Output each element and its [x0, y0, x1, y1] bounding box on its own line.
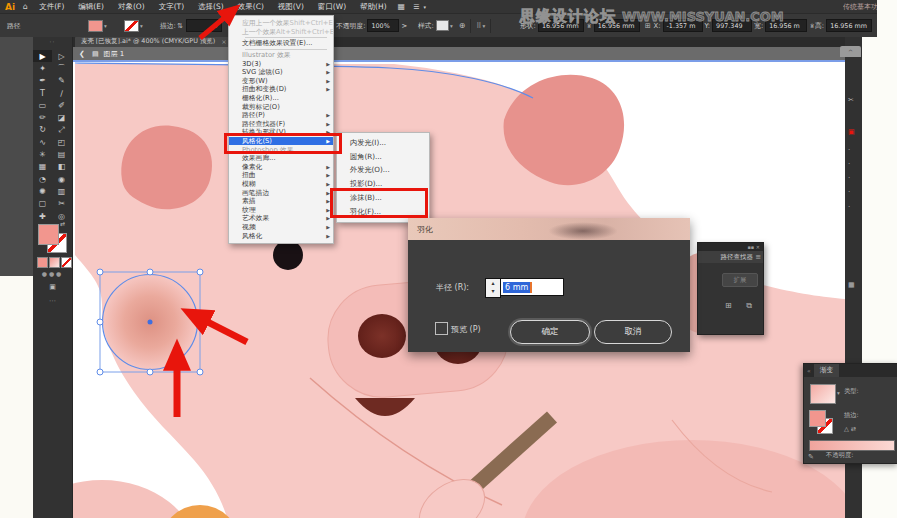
pathfinder-tab[interactable]: 路径查找器	[698, 251, 763, 263]
link-wh-icon[interactable]: ∞	[808, 23, 816, 29]
dialog-title-bar[interactable]: 羽化	[408, 218, 690, 240]
menu-bar-item[interactable]: 帮助(H)	[360, 2, 387, 12]
gradient-fill-proxy[interactable]	[809, 410, 826, 427]
perspective-grid-tool[interactable]: ▤	[52, 148, 71, 160]
globe-icon[interactable]: ⊕	[459, 21, 466, 30]
panel-window-controls[interactable]: ▪▪ ✕	[698, 243, 763, 251]
dock-panel-icon[interactable]: ·	[848, 160, 850, 168]
gradient-tool[interactable]: ◧	[52, 161, 71, 173]
menu-bar-item[interactable]: 编辑(E)	[78, 2, 104, 12]
menu-bar-item[interactable]: 选择(S)	[198, 2, 224, 12]
screen-mode-icon[interactable]: ▣	[33, 283, 72, 291]
effects-menu-item[interactable]: 上一个效果Alt+Shift+Ctrl+E▶	[229, 28, 333, 37]
gradient-ramp[interactable]	[809, 440, 895, 451]
line-segment-tool[interactable]: ∕	[52, 87, 71, 99]
collapse-panel-icon[interactable]: «	[807, 367, 811, 374]
layout-icon[interactable]: ▦	[398, 2, 406, 11]
pathfinder-shape-mode-icons[interactable]: ⊞ ⧉	[725, 301, 758, 311]
stylize-submenu-item[interactable]: 圆角(R)...▶	[337, 150, 429, 164]
paintbrush-tool[interactable]: ✐	[52, 99, 71, 111]
shape-builder-tool[interactable]: ✳	[33, 148, 52, 160]
dock-scissors-icon[interactable]: ✂	[848, 96, 854, 104]
rotate-tool[interactable]: ↻	[33, 124, 52, 136]
style-dropdown-icon[interactable]: ▾	[450, 23, 453, 29]
y-field[interactable]: 997.349	[712, 19, 752, 32]
expand-button[interactable]: 扩展	[722, 273, 758, 287]
gradient-swatch-dropdown-icon[interactable]: ▾	[837, 390, 840, 396]
direct-selection-tool[interactable]: ▷	[52, 50, 71, 62]
effects-menu-item[interactable]: 文档栅格效果设置(E)...▶	[229, 39, 333, 48]
pig-eye[interactable]	[273, 240, 303, 270]
swap-fill-stroke-icon[interactable]: ⇄	[60, 220, 65, 227]
app-logo[interactable]: Ai	[5, 2, 15, 12]
w-field[interactable]: 16.956 m	[765, 19, 807, 32]
free-transform-tool[interactable]: ◰	[52, 136, 71, 148]
x-field[interactable]: -1.357 m	[663, 19, 703, 32]
panel-menu-icon[interactable]: ≡	[755, 253, 761, 261]
ok-button[interactable]: 确定	[510, 320, 590, 344]
blend-tool[interactable]: ◉	[52, 173, 71, 185]
h-field[interactable]: 16.956 mm	[826, 19, 872, 32]
eyedropper-tool[interactable]: ◔	[33, 173, 52, 185]
width-tool[interactable]: ∿	[33, 136, 52, 148]
pig-ear-left[interactable]	[121, 126, 212, 210]
home-icon[interactable]: ⌂	[23, 2, 28, 11]
collapse-dock-icon[interactable]: ^	[840, 46, 861, 57]
toolbar-more-icon[interactable]: ⋯	[33, 297, 72, 305]
curvature-tool[interactable]: ✎	[52, 75, 71, 87]
shaper-tool[interactable]: ✏	[33, 111, 52, 123]
effects-menu-item[interactable]: 风格化▶	[229, 231, 333, 240]
cancel-button[interactable]: 取消	[594, 320, 672, 344]
fill-dropdown-icon[interactable]: ▾	[104, 23, 107, 29]
effects-menu-item[interactable]: Illustrator 效果▶	[229, 51, 333, 60]
mesh-tool[interactable]: ▦	[33, 161, 52, 173]
menu-bar-item[interactable]: 文字(T)	[159, 2, 184, 12]
stroke-dropdown-icon[interactable]: ▾	[140, 23, 143, 29]
angle-reverse-icons[interactable]: △ ⇄	[844, 425, 856, 432]
pen-tool[interactable]: ✒	[33, 75, 52, 87]
opacity-field[interactable]: 100%	[367, 19, 399, 32]
radius-stepper[interactable]: ▴▾	[485, 278, 501, 298]
dock-panel-icon[interactable]: ▦	[848, 281, 855, 289]
radius-input[interactable]: 6 mm	[500, 278, 564, 296]
gradient-button[interactable]	[49, 257, 60, 268]
dock-color-icon[interactable]: ▣	[848, 128, 855, 136]
dock-panel-icon[interactable]: ·	[848, 146, 850, 154]
drawing-modes[interactable]: ●●●	[33, 270, 72, 277]
link-dimensions-icon[interactable]: ∞	[585, 23, 593, 29]
close-tab-icon[interactable]: ×	[221, 38, 226, 46]
reference-point-icon[interactable]: ⊞	[645, 22, 651, 30]
stroke-color-swatch[interactable]	[124, 20, 139, 32]
shape-height-field[interactable]: 16.956 mm	[594, 19, 640, 32]
column-graph-tool[interactable]: ▥	[52, 185, 71, 197]
menu-bar-item[interactable]: 文件(F)	[39, 2, 64, 12]
opacity-more[interactable]: >	[401, 22, 407, 30]
magic-wand-tool[interactable]: ✦	[33, 62, 52, 74]
preview-checkbox[interactable]	[435, 322, 448, 335]
gradient-swatch[interactable]	[810, 384, 836, 404]
workspace-menu-icon[interactable]: ☰	[413, 3, 419, 11]
fill-color-swatch[interactable]	[88, 20, 103, 32]
color-button[interactable]	[37, 257, 48, 268]
type-tool[interactable]: T	[33, 87, 52, 99]
toolbar-grip[interactable]: ··	[33, 38, 72, 45]
gradient-tab[interactable]: 渐变	[814, 364, 840, 377]
hand-tool[interactable]: ✚	[33, 210, 52, 222]
stylize-submenu-item[interactable]: 外发光(O)...▶	[337, 164, 429, 178]
selection-tool[interactable]: ▶	[33, 50, 52, 62]
align-grid-icon[interactable]: ⠿	[476, 22, 481, 30]
workspace-switcher[interactable]: 传统基本功能	[843, 2, 877, 12]
none-button[interactable]	[61, 257, 72, 268]
menu-bar-item[interactable]: 对象(O)	[118, 2, 145, 12]
scale-tool[interactable]: ⤢	[52, 124, 71, 136]
menu-bar-item[interactable]: 效果(C)	[238, 2, 264, 12]
rectangle-tool[interactable]: ▭	[33, 99, 52, 111]
document-tab[interactable]: 麦壳 [已恢复].ai* @ 400% (CMYK/GPU 预览) ×	[75, 36, 233, 47]
lasso-tool[interactable]: ⌒	[52, 62, 71, 74]
eraser-tool[interactable]: ◪	[52, 111, 71, 123]
menu-bar-item[interactable]: 视图(V)	[278, 2, 304, 12]
dock-panel-icon[interactable]: ·	[848, 174, 850, 182]
dock-panel-icon[interactable]: ·	[848, 188, 850, 196]
fill-proxy[interactable]	[38, 224, 59, 245]
stroke-stepper[interactable]: ⇅	[177, 22, 183, 30]
